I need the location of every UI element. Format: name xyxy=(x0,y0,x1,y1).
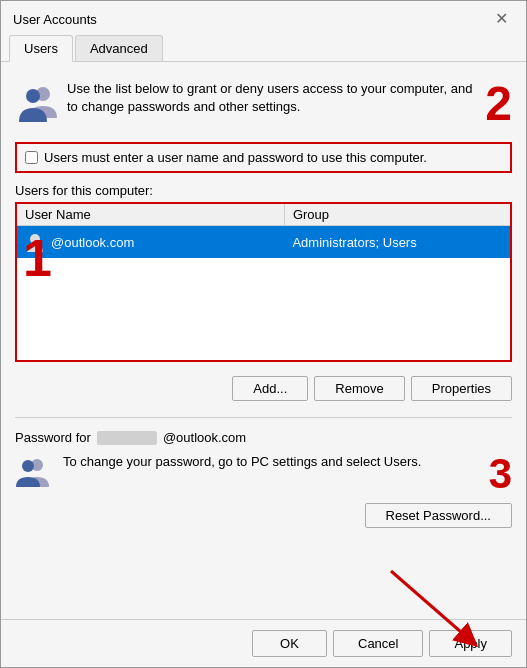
info-text: Use the list below to grant or deny user… xyxy=(67,80,475,116)
add-button[interactable]: Add... xyxy=(232,376,308,401)
table-row[interactable]: @outlook.com Administrators; Users xyxy=(17,226,510,258)
tabs-bar: Users Advanced xyxy=(1,29,526,62)
bottom-buttons: OK Cancel Apply xyxy=(1,619,526,667)
require-password-section: Users must enter a user name and passwor… xyxy=(15,142,512,173)
password-label-suffix: @outlook.com xyxy=(163,430,246,445)
divider xyxy=(15,417,512,418)
users-table: 1 User Name Group @outlook.com xyxy=(15,202,512,362)
reset-password-button[interactable]: Reset Password... xyxy=(365,503,513,528)
password-label-row: Password for @outlook.com xyxy=(15,430,512,445)
badge-3: 3 xyxy=(489,453,512,495)
reset-password-btn-row: Reset Password... xyxy=(15,503,512,528)
tab-advanced[interactable]: Advanced xyxy=(75,35,163,61)
require-password-label: Users must enter a user name and passwor… xyxy=(44,150,427,165)
password-section: Password for @outlook.com To change your… xyxy=(15,430,512,528)
password-username-blurred xyxy=(97,431,157,445)
users-icon xyxy=(15,80,57,122)
properties-button[interactable]: Properties xyxy=(411,376,512,401)
col-group: Group xyxy=(285,204,510,225)
username-cell: @outlook.com xyxy=(51,235,134,250)
ok-button[interactable]: OK xyxy=(252,630,327,657)
table-cell-group: Administrators; Users xyxy=(284,232,510,253)
badge-2: 2 xyxy=(485,80,512,128)
table-header: User Name Group xyxy=(17,204,510,226)
svg-point-5 xyxy=(22,460,34,472)
require-password-checkbox[interactable] xyxy=(25,151,38,164)
remove-button[interactable]: Remove xyxy=(314,376,404,401)
col-username: User Name xyxy=(17,204,285,225)
password-label-prefix: Password for xyxy=(15,430,91,445)
cancel-button[interactable]: Cancel xyxy=(333,630,423,657)
password-info-text: To change your password, go to PC settin… xyxy=(63,453,479,471)
action-buttons: Add... Remove Properties xyxy=(15,372,512,405)
tab-users[interactable]: Users xyxy=(9,35,73,62)
svg-point-2 xyxy=(26,89,40,103)
window-title: User Accounts xyxy=(13,12,97,27)
table-body: @outlook.com Administrators; Users xyxy=(17,226,510,346)
users-table-label: Users for this computer: xyxy=(15,183,512,198)
password-icon xyxy=(15,453,53,491)
table-cell-username: @outlook.com xyxy=(17,229,284,255)
close-button[interactable]: ✕ xyxy=(489,9,514,29)
apply-button[interactable]: Apply xyxy=(429,630,512,657)
users-table-section: Users for this computer: 1 User Name Gro… xyxy=(15,183,512,362)
info-section: Use the list below to grant or deny user… xyxy=(15,76,512,132)
password-info-row: To change your password, go to PC settin… xyxy=(15,453,512,495)
badge-1: 1 xyxy=(23,232,52,284)
